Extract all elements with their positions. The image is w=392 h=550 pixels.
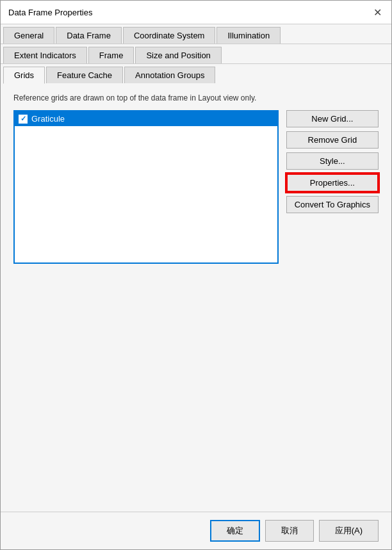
tab-annotation-groups[interactable]: Annotation Groups — [124, 67, 215, 83]
tab-general[interactable]: General — [3, 27, 54, 44]
list-item[interactable]: Graticule — [15, 111, 277, 126]
tab-row-2: Extent Indicators Frame Size and Positio… — [1, 44, 391, 64]
properties-button[interactable]: Properties... — [286, 174, 379, 192]
tab-illumination[interactable]: Illumination — [216, 27, 281, 44]
graticule-checkbox[interactable] — [19, 115, 28, 124]
tab-frame[interactable]: Frame — [88, 47, 135, 63]
graticule-label: Graticule — [31, 114, 65, 124]
tab-size-and-position[interactable]: Size and Position — [135, 47, 221, 63]
tab-data-frame[interactable]: Data Frame — [56, 27, 122, 44]
tab-grids[interactable]: Grids — [3, 67, 45, 84]
tab-row-3: Grids Feature Cache Annotation Groups — [1, 64, 391, 83]
tab-feature-cache[interactable]: Feature Cache — [46, 67, 123, 83]
tab-extent-indicators[interactable]: Extent Indicators — [3, 47, 87, 63]
description-text: Reference grids are drawn on top of the … — [13, 93, 379, 102]
close-button[interactable]: ✕ — [371, 6, 384, 19]
grid-list[interactable]: Graticule — [13, 110, 279, 264]
dialog: Data Frame Properties ✕ General Data Fra… — [0, 0, 392, 550]
tab-row-1: General Data Frame Coordinate System Ill… — [1, 24, 391, 44]
cancel-button[interactable]: 取消 — [265, 520, 314, 542]
title-bar: Data Frame Properties ✕ — [1, 1, 391, 24]
tab-rows: General Data Frame Coordinate System Ill… — [1, 24, 391, 83]
main-panel: Graticule New Grid... Remove Grid Style.… — [13, 110, 379, 264]
footer: 确定 取消 应用(A) — [1, 512, 391, 549]
dialog-title: Data Frame Properties — [8, 8, 93, 17]
tab-coordinate-system[interactable]: Coordinate System — [123, 27, 216, 44]
confirm-button[interactable]: 确定 — [210, 520, 260, 542]
apply-button[interactable]: 应用(A) — [319, 520, 379, 542]
button-panel: New Grid... Remove Grid Style... Propert… — [286, 110, 379, 264]
remove-grid-button[interactable]: Remove Grid — [286, 131, 379, 149]
style-button[interactable]: Style... — [286, 152, 379, 170]
convert-to-graphics-button[interactable]: Convert To Graphics — [286, 196, 379, 213]
new-grid-button[interactable]: New Grid... — [286, 110, 379, 127]
content-area: Reference grids are drawn on top of the … — [1, 83, 391, 512]
